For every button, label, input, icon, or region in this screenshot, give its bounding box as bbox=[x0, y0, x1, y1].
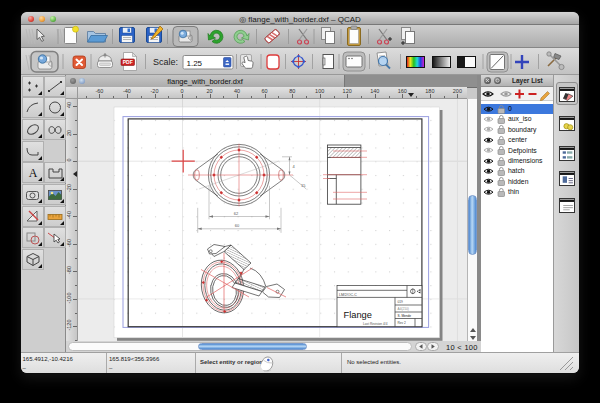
svg-text:PDF: PDF bbox=[123, 59, 133, 65]
svg-text:LM/2/OC-C: LM/2/OC-C bbox=[339, 293, 357, 297]
svg-text:Flange: Flange bbox=[344, 310, 372, 320]
svg-text:Scale:: Scale: bbox=[153, 57, 178, 67]
svg-text:Rev 2: Rev 2 bbox=[398, 321, 407, 325]
svg-text:15: 15 bbox=[301, 183, 306, 188]
svg-text:62: 62 bbox=[234, 211, 239, 216]
svg-text:60: 60 bbox=[235, 223, 240, 228]
svg-text:A4(210): A4(210) bbox=[398, 307, 409, 311]
svg-text:019: 019 bbox=[398, 300, 404, 304]
svg-text:A: A bbox=[28, 166, 37, 180]
svg-text:Last Revision 4/4: Last Revision 4/4 bbox=[363, 322, 388, 326]
svg-text:S. Mende: S. Mende bbox=[398, 314, 412, 318]
svg-text:1.25: 1.25 bbox=[187, 59, 203, 68]
